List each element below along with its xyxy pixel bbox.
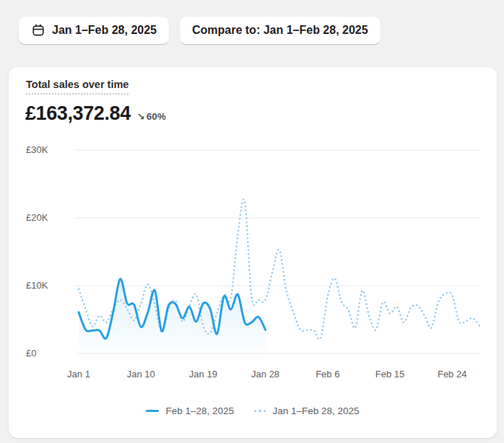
dotted-line-swatch: [254, 410, 266, 413]
solid-line-swatch: [146, 410, 159, 412]
date-range-button[interactable]: Jan 1–Feb 28, 2025: [18, 16, 170, 45]
total-sales-card: Total sales over time £163,372.84 ↘ 60% …: [9, 67, 497, 438]
calendar-icon: [31, 23, 45, 38]
total-sales-value: £163,372.84: [25, 102, 131, 125]
x-tick-label: Feb 15: [375, 369, 404, 380]
trend-down-icon: ↘: [137, 112, 145, 121]
legend-item-current: Feb 1–28, 2025: [146, 405, 234, 416]
x-tick-label: Feb 6: [316, 369, 339, 380]
x-tick-label: Jan 10: [127, 369, 155, 380]
change-percent: 60%: [147, 111, 166, 122]
date-toolbar: Jan 1–Feb 28, 2025 Compare to: Jan 1–Feb…: [18, 16, 381, 45]
current-period-area: [79, 279, 266, 354]
chart-legend: Feb 1–28, 2025 Jan 1–Feb 28, 2025: [9, 405, 497, 416]
legend-label-compare: Jan 1–Feb 28, 2025: [272, 405, 359, 416]
date-range-label: Jan 1–Feb 28, 2025: [52, 24, 157, 37]
compare-to-button[interactable]: Compare to: Jan 1–Feb 28, 2025: [179, 16, 381, 45]
sales-chart-plot[interactable]: [9, 139, 497, 370]
x-tick-label: Jan 28: [251, 369, 279, 380]
x-tick-label: Feb 24: [438, 369, 466, 380]
x-tick-label: Jan 19: [189, 369, 217, 380]
legend-label-current: Feb 1–28, 2025: [165, 405, 234, 416]
legend-item-compare: Jan 1–Feb 28, 2025: [254, 405, 360, 416]
card-title[interactable]: Total sales over time: [26, 79, 129, 95]
x-tick-label: Jan 1: [67, 369, 90, 380]
compare-to-label: Compare to: Jan 1–Feb 28, 2025: [192, 24, 368, 37]
change-indicator: ↘ 60%: [137, 111, 166, 122]
metric-row: £163,372.84 ↘ 60%: [25, 102, 166, 125]
